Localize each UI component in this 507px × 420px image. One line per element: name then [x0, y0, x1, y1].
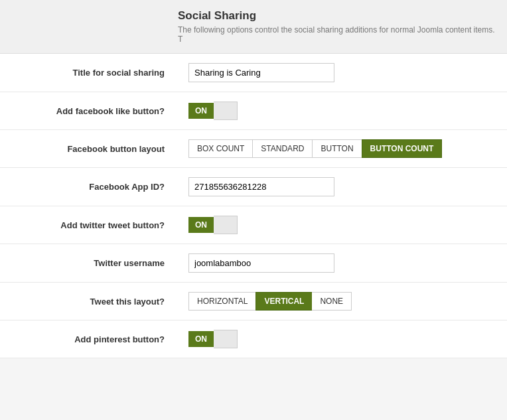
- pinterest-control: ON: [178, 320, 507, 358]
- btn-horizontal[interactable]: HORIZONTAL: [188, 292, 255, 311]
- form-table: Title for social sharing Add facebook li…: [0, 54, 507, 358]
- btn-box-count[interactable]: BOX COUNT: [188, 139, 252, 158]
- row-facebook-like: Add facebook like button? ON: [0, 92, 507, 130]
- row-facebook-appid: Facebook App ID?: [0, 168, 507, 206]
- section-title: Social Sharing: [178, 9, 496, 23]
- twitter-tweet-toggle-wrapper: ON: [188, 216, 496, 234]
- facebook-layout-label: Facebook button layout: [0, 130, 178, 168]
- tweet-layout-label: Tweet this layout?: [0, 283, 178, 320]
- btn-vertical[interactable]: VERTICAL: [255, 292, 312, 311]
- facebook-appid-input[interactable]: [188, 177, 334, 196]
- row-facebook-layout: Facebook button layout BOX COUNT STANDAR…: [0, 130, 507, 168]
- section-header: Social Sharing The following options con…: [0, 0, 507, 54]
- pinterest-toggle-on[interactable]: ON: [188, 331, 214, 347]
- row-tweet-layout: Tweet this layout? HORIZONTAL VERTICAL N…: [0, 283, 507, 320]
- row-pinterest: Add pinterest button? ON: [0, 320, 507, 358]
- twitter-tweet-control: ON: [178, 206, 507, 244]
- facebook-like-toggle-off[interactable]: [214, 102, 238, 120]
- btn-none[interactable]: NONE: [312, 292, 352, 311]
- facebook-like-toggle-on[interactable]: ON: [188, 103, 214, 119]
- twitter-tweet-label: Add twitter tweet button?: [0, 206, 178, 244]
- row-twitter-tweet: Add twitter tweet button? ON: [0, 206, 507, 244]
- title-label: Title for social sharing: [0, 54, 178, 92]
- facebook-layout-control: BOX COUNT STANDARD BUTTON BUTTON COUNT: [178, 130, 507, 168]
- twitter-username-control: [178, 244, 507, 283]
- page-container: Social Sharing The following options con…: [0, 0, 507, 358]
- facebook-like-toggle-wrapper: ON: [188, 102, 496, 120]
- facebook-layout-btngroup: BOX COUNT STANDARD BUTTON BUTTON COUNT: [188, 139, 496, 158]
- pinterest-toggle-off[interactable]: [214, 330, 238, 348]
- section-description: The following options control the social…: [178, 25, 496, 44]
- facebook-appid-control: [178, 168, 507, 206]
- btn-button[interactable]: BUTTON: [312, 139, 361, 158]
- twitter-username-label: Twitter username: [0, 244, 178, 283]
- pinterest-label: Add pinterest button?: [0, 320, 178, 358]
- btn-button-count[interactable]: BUTTON COUNT: [362, 139, 443, 158]
- row-twitter-username: Twitter username: [0, 244, 507, 283]
- twitter-tweet-toggle-off[interactable]: [214, 216, 238, 234]
- title-input[interactable]: [188, 63, 334, 82]
- tweet-layout-control: HORIZONTAL VERTICAL NONE: [178, 283, 507, 320]
- pinterest-toggle-wrapper: ON: [188, 330, 496, 348]
- facebook-like-control: ON: [178, 92, 507, 130]
- btn-standard[interactable]: STANDARD: [252, 139, 312, 158]
- title-control: [178, 54, 507, 92]
- facebook-like-label: Add facebook like button?: [0, 92, 178, 130]
- tweet-layout-btngroup: HORIZONTAL VERTICAL NONE: [188, 292, 496, 311]
- twitter-username-input[interactable]: [188, 253, 334, 273]
- facebook-appid-label: Facebook App ID?: [0, 168, 178, 206]
- twitter-tweet-toggle-on[interactable]: ON: [188, 217, 214, 233]
- row-title: Title for social sharing: [0, 54, 507, 92]
